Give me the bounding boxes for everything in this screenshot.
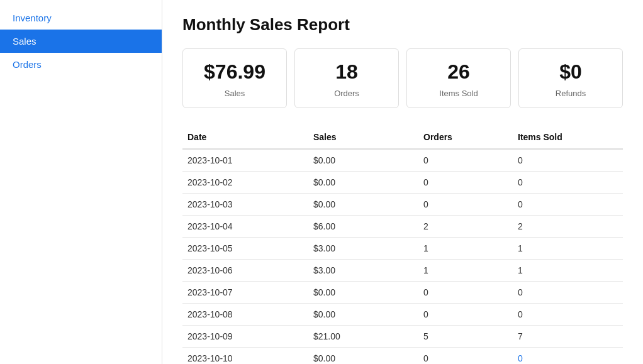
table-cell-r1c1: $0.00 bbox=[308, 172, 418, 194]
table-cell-r3c3: 2 bbox=[513, 216, 623, 238]
table-cell-r8c3: 7 bbox=[513, 326, 623, 348]
summary-cards: $76.99Sales18Orders26Items Sold$0Refunds bbox=[182, 48, 623, 108]
sales-card: $76.99Sales bbox=[182, 48, 287, 108]
table-row: 2023-10-05$3.0011 bbox=[182, 238, 623, 260]
orders-card-label: Orders bbox=[334, 89, 359, 98]
table-cell-r6c3: 0 bbox=[513, 282, 623, 304]
table-cell-r5c2: 1 bbox=[418, 260, 513, 282]
table-cell-r9c3: 0 bbox=[513, 348, 623, 365]
orders-card: 18Orders bbox=[294, 48, 399, 108]
table-cell-r6c2: 0 bbox=[418, 282, 513, 304]
table-row: 2023-10-03$0.0000 bbox=[182, 194, 623, 216]
table-cell-r9c0: 2023-10-10 bbox=[182, 348, 308, 365]
table-row: 2023-10-08$0.0000 bbox=[182, 304, 623, 326]
table-cell-r7c3: 0 bbox=[513, 304, 623, 326]
table-cell-r5c1: $3.00 bbox=[308, 260, 418, 282]
table-header: Date Sales Orders Items Sold bbox=[182, 126, 623, 149]
data-table: Date Sales Orders Items Sold 2023-10-01$… bbox=[182, 126, 623, 364]
table-cell-r7c0: 2023-10-08 bbox=[182, 304, 308, 326]
table-cell-r1c0: 2023-10-02 bbox=[182, 172, 308, 194]
table-cell-r0c1: $0.00 bbox=[308, 149, 418, 172]
table-cell-r9c1: $0.00 bbox=[308, 348, 418, 365]
orders-card-value: 18 bbox=[305, 60, 388, 84]
table-cell-r2c1: $0.00 bbox=[308, 194, 418, 216]
items-sold-card-label: Items Sold bbox=[439, 89, 478, 98]
table-row: 2023-10-01$0.0000 bbox=[182, 149, 623, 172]
table-cell-r1c3: 0 bbox=[513, 172, 623, 194]
table-cell-r2c0: 2023-10-03 bbox=[182, 194, 308, 216]
items-sold-card-value: 26 bbox=[417, 60, 500, 84]
col-header-orders: Orders bbox=[418, 126, 513, 149]
items-sold-card: 26Items Sold bbox=[406, 48, 511, 108]
table-cell-r2c3: 0 bbox=[513, 194, 623, 216]
table-cell-r3c2: 2 bbox=[418, 216, 513, 238]
table-cell-r3c1: $6.00 bbox=[308, 216, 418, 238]
refunds-card-label: Refunds bbox=[556, 89, 586, 98]
sidebar: InventorySalesOrders bbox=[0, 0, 162, 364]
table-cell-r0c2: 0 bbox=[418, 149, 513, 172]
table-cell-r4c1: $3.00 bbox=[308, 238, 418, 260]
table-cell-r5c0: 2023-10-06 bbox=[182, 260, 308, 282]
table-cell-r0c0: 2023-10-01 bbox=[182, 149, 308, 172]
table-cell-r6c1: $0.00 bbox=[308, 282, 418, 304]
table-cell-r8c0: 2023-10-09 bbox=[182, 326, 308, 348]
table-body: 2023-10-01$0.00002023-10-02$0.00002023-1… bbox=[182, 149, 623, 364]
table-cell-r4c0: 2023-10-05 bbox=[182, 238, 308, 260]
sidebar-item-orders[interactable]: Orders bbox=[0, 53, 162, 76]
table-row: 2023-10-09$21.0057 bbox=[182, 326, 623, 348]
table-cell-r0c3: 0 bbox=[513, 149, 623, 172]
sidebar-item-inventory[interactable]: Inventory bbox=[0, 6, 162, 30]
refunds-card: $0Refunds bbox=[518, 48, 623, 108]
table-row: 2023-10-06$3.0011 bbox=[182, 260, 623, 282]
table-row: 2023-10-10$0.0000 bbox=[182, 348, 623, 365]
table-cell-r8c1: $21.00 bbox=[308, 326, 418, 348]
table-cell-r6c0: 2023-10-07 bbox=[182, 282, 308, 304]
page-title: Monthly Sales Report bbox=[182, 15, 623, 35]
col-header-sales: Sales bbox=[308, 126, 418, 149]
sidebar-item-sales[interactable]: Sales bbox=[0, 30, 162, 53]
table-cell-r8c2: 5 bbox=[418, 326, 513, 348]
sales-card-value: $76.99 bbox=[193, 60, 276, 84]
table-cell-r4c2: 1 bbox=[418, 238, 513, 260]
table-cell-r1c2: 0 bbox=[418, 172, 513, 194]
table-row: 2023-10-02$0.0000 bbox=[182, 172, 623, 194]
table-cell-r7c2: 0 bbox=[418, 304, 513, 326]
table-row: 2023-10-04$6.0022 bbox=[182, 216, 623, 238]
sales-card-label: Sales bbox=[225, 89, 245, 98]
col-header-items: Items Sold bbox=[513, 126, 623, 149]
table-cell-r4c3: 1 bbox=[513, 238, 623, 260]
table-cell-r2c2: 0 bbox=[418, 194, 513, 216]
col-header-date: Date bbox=[182, 126, 308, 149]
refunds-card-value: $0 bbox=[529, 60, 612, 84]
table-cell-r5c3: 1 bbox=[513, 260, 623, 282]
table-row: 2023-10-07$0.0000 bbox=[182, 282, 623, 304]
table-cell-r7c1: $0.00 bbox=[308, 304, 418, 326]
table-cell-r3c0: 2023-10-04 bbox=[182, 216, 308, 238]
table-cell-r9c2: 0 bbox=[418, 348, 513, 365]
main-content: Monthly Sales Report $76.99Sales18Orders… bbox=[162, 0, 643, 364]
